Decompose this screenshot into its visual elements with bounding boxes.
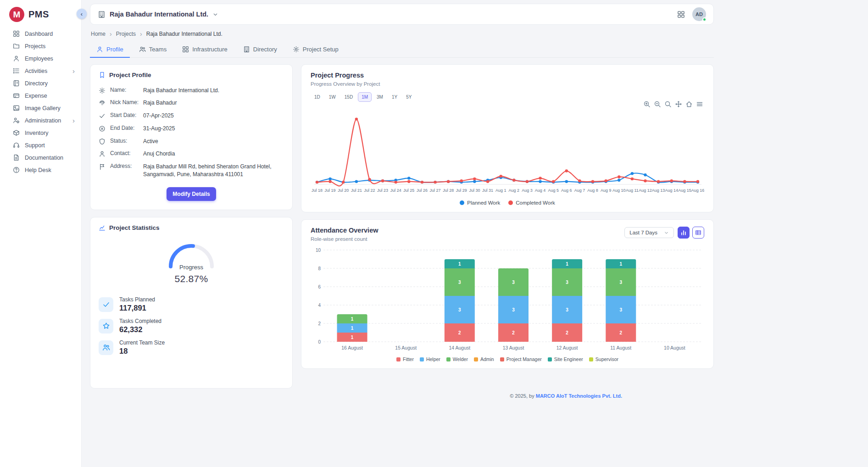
- field-value: Active: [143, 138, 284, 145]
- range-button-5y[interactable]: 5Y: [402, 92, 415, 102]
- svg-text:0: 0: [318, 339, 321, 345]
- field-value: Raja Bahadur: [143, 99, 284, 107]
- svg-text:3: 3: [458, 280, 461, 285]
- modify-details-button[interactable]: Modify Details: [167, 187, 216, 201]
- svg-text:Aug 9: Aug 9: [601, 188, 612, 193]
- footer-company-link[interactable]: MARCO AIoT Technologies Pvt. Ltd.: [536, 393, 622, 399]
- legend-item-site-engineer[interactable]: Site Engineer: [548, 356, 583, 362]
- legend-item-welder[interactable]: Welder: [446, 356, 468, 362]
- chevron-down-icon: [212, 11, 218, 17]
- tab-infrastructure[interactable]: Infrastructure: [176, 41, 234, 58]
- stat-current-team-size: Current Team Size18: [99, 339, 284, 356]
- attendance-header: Attendance Overview Role-wise present co…: [311, 227, 704, 242]
- svg-text:2: 2: [318, 321, 321, 326]
- stat-tasks-planned: Tasks Planned117,891: [99, 296, 284, 312]
- breadcrumb-item-projects[interactable]: Projects: [116, 31, 136, 37]
- range-button-15d[interactable]: 15D: [341, 92, 356, 102]
- view-toggle-group: [678, 227, 704, 239]
- stat-value: 62,332: [119, 325, 161, 334]
- range-button-1w[interactable]: 1W: [325, 92, 339, 102]
- date-range-select[interactable]: Last 7 Days: [624, 227, 674, 238]
- sidebar-item-projects[interactable]: Projects: [0, 40, 81, 52]
- sidebar-item-dashboard[interactable]: Dashboard: [0, 28, 81, 40]
- gauge-value: 52.87%: [99, 273, 284, 284]
- legend-item-supervisor[interactable]: Supervisor: [589, 356, 618, 362]
- breadcrumb-item-home[interactable]: Home: [91, 31, 106, 37]
- svg-text:1: 1: [351, 326, 354, 331]
- svg-text:1: 1: [351, 335, 354, 340]
- sidebar-item-directory[interactable]: Directory: [0, 77, 81, 89]
- legend-item-fitter[interactable]: Fitter: [396, 356, 414, 362]
- progress-line-chart[interactable]: Jul 18Jul 19Jul 20Jul 21Jul 22Jul 23Jul …: [311, 109, 704, 197]
- range-button-3m[interactable]: 3M: [373, 92, 387, 102]
- sidebar-item-label: Support: [25, 142, 75, 149]
- svg-text:Aug 13: Aug 13: [652, 188, 665, 193]
- svg-text:Jul 30: Jul 30: [469, 188, 480, 193]
- dashboard-icon: [13, 30, 20, 37]
- legend-item-admin[interactable]: Admin: [474, 356, 494, 362]
- tab-project-setup[interactable]: Project Setup: [286, 41, 345, 58]
- svg-text:Jul 24: Jul 24: [390, 188, 401, 193]
- users-icon: [139, 46, 146, 53]
- line-chart-legend: Planned WorkCompleted Work: [311, 200, 704, 206]
- tab-profile[interactable]: Profile: [90, 41, 130, 58]
- bar-chart-view-button[interactable]: [678, 227, 690, 239]
- svg-text:Jul 31: Jul 31: [482, 188, 493, 193]
- stat-tasks-completed: Tasks Completed62,332: [99, 318, 284, 334]
- user-icon: [99, 150, 106, 157]
- attendance-titles: Attendance Overview Role-wise present co…: [311, 227, 378, 242]
- svg-text:Jul 23: Jul 23: [377, 188, 388, 193]
- chevron-right-icon: ›: [72, 67, 75, 74]
- legend-swatch: [500, 357, 504, 361]
- svg-text:10 August: 10 August: [664, 345, 685, 350]
- zoom-in-icon[interactable]: [643, 100, 651, 108]
- legend-item-project-manager[interactable]: Project Manager: [500, 356, 542, 362]
- company-selector[interactable]: Raja Bahadur International Ltd.: [98, 11, 218, 18]
- menu-icon[interactable]: [696, 100, 703, 108]
- tab-label: Teams: [149, 46, 167, 53]
- tab-teams[interactable]: Teams: [133, 41, 173, 58]
- zoom-out-icon[interactable]: [654, 100, 661, 108]
- sidebar-item-documentation[interactable]: Documentation: [0, 151, 81, 164]
- range-button-1d[interactable]: 1D: [311, 92, 324, 102]
- left-column: Project Profile Name:Raja Bahadur Intern…: [90, 64, 293, 389]
- sidebar-collapse-button[interactable]: ‹: [77, 9, 87, 19]
- avatar[interactable]: AD: [692, 7, 706, 21]
- profile-field-contact: Contact:Anuj Chordia: [99, 148, 284, 161]
- user-icon: [96, 46, 103, 53]
- legend-item-helper[interactable]: Helper: [420, 356, 440, 362]
- legend-label: Completed Work: [516, 200, 555, 206]
- svg-text:16 August: 16 August: [341, 345, 363, 350]
- directory-icon: [13, 80, 20, 87]
- legend-item-planned-work[interactable]: Planned Work: [460, 200, 500, 206]
- stat-label: Current Team Size: [119, 339, 165, 346]
- sidebar-item-image-gallery[interactable]: Image Gallery: [0, 102, 81, 114]
- range-button-1y[interactable]: 1Y: [388, 92, 401, 102]
- attendance-bar-chart[interactable]: 024681011116 August15 August233114 Augus…: [311, 245, 704, 355]
- legend-label: Helper: [426, 356, 440, 362]
- sidebar-item-support[interactable]: Support: [0, 139, 81, 151]
- apps-grid-icon[interactable]: [677, 11, 685, 18]
- tab-directory[interactable]: Directory: [237, 41, 284, 58]
- project-progress-subtitle: Progress Overview by Project: [311, 81, 704, 87]
- sidebar-item-inventory[interactable]: Inventory: [0, 127, 81, 139]
- pan-icon[interactable]: [675, 100, 682, 108]
- sidebar-item-activities[interactable]: Activities›: [0, 65, 81, 77]
- legend-item-completed-work[interactable]: Completed Work: [508, 200, 555, 206]
- range-button-1m[interactable]: 1M: [358, 92, 372, 102]
- svg-text:Aug 11: Aug 11: [626, 188, 639, 193]
- project-profile-title-row: Project Profile: [99, 72, 284, 78]
- app-logo[interactable]: M PMS: [0, 0, 81, 28]
- sidebar-item-administration[interactable]: Administration›: [0, 114, 81, 127]
- breadcrumb-item-raja-bahadur-international-ltd[interactable]: Raja Bahadur International Ltd.: [146, 31, 223, 37]
- sidebar-item-help-desk[interactable]: Help Desk: [0, 164, 81, 176]
- selection-zoom-icon[interactable]: [664, 100, 672, 108]
- svg-text:1: 1: [351, 317, 354, 322]
- field-label: Name:: [110, 87, 139, 93]
- home-icon[interactable]: [685, 100, 693, 108]
- table-view-button[interactable]: [692, 227, 704, 239]
- sidebar-item-expense[interactable]: Expense: [0, 89, 81, 102]
- sidebar-item-employees[interactable]: Employees: [0, 52, 81, 65]
- svg-text:Aug 16: Aug 16: [691, 188, 704, 193]
- project-profile-card: Project Profile Name:Raja Bahadur Intern…: [90, 64, 293, 210]
